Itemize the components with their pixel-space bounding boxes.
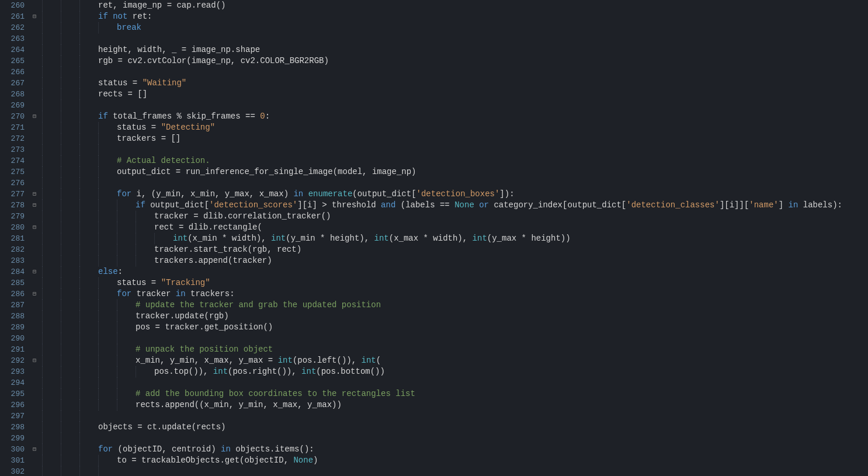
code-line[interactable]: trackers = [] xyxy=(42,133,868,144)
line-number: 269 xyxy=(0,100,25,111)
code-line[interactable]: for (objectID, centroid) in objects.item… xyxy=(42,444,868,455)
code-line[interactable]: # update the tracker and grab the update… xyxy=(42,300,868,311)
code-line[interactable]: rects = [] xyxy=(42,89,868,100)
code-line[interactable]: to = trackableObjects.get(objectID, None… xyxy=(42,455,868,466)
code-line[interactable]: rects.append((x_min, y_min, x_max, y_max… xyxy=(42,399,868,411)
fold-guide xyxy=(29,144,40,155)
code-line[interactable]: pos.top()), int(pos.right()), int(pos.bo… xyxy=(42,366,868,377)
code-line[interactable]: tracker.start_track(rgb, rect) xyxy=(42,244,868,255)
indent-guides xyxy=(42,78,98,89)
fold-toggle-icon[interactable]: ⊟ xyxy=(29,189,40,200)
fold-toggle-icon[interactable]: ⊟ xyxy=(29,289,40,300)
line-number: 282 xyxy=(0,244,25,255)
code-line[interactable]: # unpack the position object xyxy=(42,344,868,355)
code-editor[interactable]: 2602612622632642652662672682692702712722… xyxy=(0,0,868,476)
code-area[interactable]: ret, image_np = cap.read()if not ret:bre… xyxy=(40,0,868,476)
fold-guide xyxy=(29,67,40,78)
code-line[interactable]: # Actual detection. xyxy=(42,155,868,166)
code-line-content: rects.append((x_min, y_min, x_max, y_max… xyxy=(136,399,342,411)
fold-column[interactable]: ⊟⊟⊟⊟⊟⊟⊟⊟⊟ xyxy=(29,0,40,476)
fold-guide xyxy=(29,166,40,178)
fold-toggle-icon[interactable]: ⊟ xyxy=(29,266,40,277)
indent-guides xyxy=(42,133,117,144)
indent-guides xyxy=(42,422,98,433)
line-number: 293 xyxy=(0,366,25,377)
code-line[interactable]: break xyxy=(42,22,868,33)
code-line[interactable]: if output_dict['detection_scores'][i] > … xyxy=(42,200,868,211)
code-line-content: objects = ct.update(rects) xyxy=(98,422,225,433)
code-line[interactable]: x_min, y_min, x_max, y_max = int(pos.lef… xyxy=(42,355,868,366)
code-line[interactable] xyxy=(42,433,868,444)
code-line-content: to = trackableObjects.get(objectID, None… xyxy=(117,455,318,466)
code-line[interactable]: rect = dlib.rectangle( xyxy=(42,222,868,233)
indent-guides xyxy=(42,277,117,289)
line-number: 261 xyxy=(0,11,25,22)
code-line[interactable] xyxy=(42,178,868,189)
indent-guides xyxy=(42,244,154,255)
code-line[interactable] xyxy=(42,144,868,155)
code-line-content: rgb = cv2.cvtColor(image_np, cv2.COLOR_B… xyxy=(98,55,329,67)
code-line[interactable]: status = "Waiting" xyxy=(42,78,868,89)
fold-toggle-icon[interactable]: ⊟ xyxy=(29,111,40,122)
line-number: 274 xyxy=(0,155,25,166)
code-line[interactable]: for tracker in trackers: xyxy=(42,289,868,300)
fold-guide xyxy=(29,155,40,166)
code-line[interactable] xyxy=(42,411,868,422)
code-line[interactable]: for i, (y_min, x_min, y_max, x_max) in e… xyxy=(42,189,868,200)
code-line[interactable]: objects = ct.update(rects) xyxy=(42,422,868,433)
code-line[interactable]: height, width, _ = image_np.shape xyxy=(42,44,868,55)
fold-guide xyxy=(29,344,40,355)
indent-guides xyxy=(42,155,117,166)
code-line[interactable] xyxy=(42,333,868,344)
fold-guide xyxy=(29,133,40,144)
code-line[interactable]: else: xyxy=(42,266,868,277)
line-number: 290 xyxy=(0,333,25,344)
code-line[interactable]: trackers.append(tracker) xyxy=(42,255,868,266)
code-line[interactable] xyxy=(42,33,868,44)
code-line-content: height, width, _ = image_np.shape xyxy=(98,44,260,55)
code-line[interactable]: if total_frames % skip_frames == 0: xyxy=(42,111,868,122)
indent-guides xyxy=(42,89,98,100)
code-line-content: pos.top()), int(pos.right()), int(pos.bo… xyxy=(154,366,385,377)
code-line[interactable]: tracker.update(rgb) xyxy=(42,311,868,322)
fold-guide xyxy=(29,366,40,377)
code-line[interactable]: if not ret: xyxy=(42,11,868,22)
code-line-content: # Actual detection. xyxy=(117,155,210,166)
code-line[interactable]: status = "Tracking" xyxy=(42,277,868,289)
fold-toggle-icon[interactable]: ⊟ xyxy=(29,444,40,455)
fold-guide xyxy=(29,277,40,289)
fold-toggle-icon[interactable]: ⊟ xyxy=(29,11,40,22)
fold-guide xyxy=(29,233,40,244)
indent-guides xyxy=(42,22,117,33)
code-line-content: int(x_min * width), int(y_min * height),… xyxy=(173,233,571,244)
code-line[interactable]: tracker = dlib.correlation_tracker() xyxy=(42,211,868,222)
code-line[interactable]: pos = tracker.get_position() xyxy=(42,322,868,333)
code-line[interactable]: int(x_min * width), int(y_min * height),… xyxy=(42,233,868,244)
fold-guide xyxy=(29,311,40,322)
code-line[interactable] xyxy=(42,466,868,476)
line-number: 299 xyxy=(0,433,25,444)
indent-guides xyxy=(42,411,98,422)
code-line[interactable] xyxy=(42,100,868,111)
code-line-content: for (objectID, centroid) in objects.item… xyxy=(98,444,314,455)
code-line-content: if total_frames % skip_frames == 0: xyxy=(98,111,270,122)
code-line[interactable] xyxy=(42,377,868,388)
fold-toggle-icon[interactable]: ⊟ xyxy=(29,200,40,211)
line-number: 301 xyxy=(0,455,25,466)
fold-guide xyxy=(29,255,40,266)
code-line[interactable]: status = "Detecting" xyxy=(42,122,868,133)
code-line[interactable]: output_dict = run_inference_for_single_i… xyxy=(42,166,868,178)
code-line[interactable]: ret, image_np = cap.read() xyxy=(42,0,868,11)
line-number: 289 xyxy=(0,322,25,333)
fold-toggle-icon[interactable]: ⊟ xyxy=(29,355,40,366)
code-line-content: # add the bounding box coordinates to th… xyxy=(136,388,415,399)
code-line[interactable]: rgb = cv2.cvtColor(image_np, cv2.COLOR_B… xyxy=(42,55,868,67)
indent-guides xyxy=(42,0,98,11)
indent-guides xyxy=(42,11,98,22)
line-number: 298 xyxy=(0,422,25,433)
code-line[interactable] xyxy=(42,67,868,78)
code-line[interactable]: # add the bounding box coordinates to th… xyxy=(42,388,868,399)
fold-toggle-icon[interactable]: ⊟ xyxy=(29,222,40,233)
code-line-content: if output_dict['detection_scores'][i] > … xyxy=(136,200,842,211)
indent-guides xyxy=(42,300,136,311)
